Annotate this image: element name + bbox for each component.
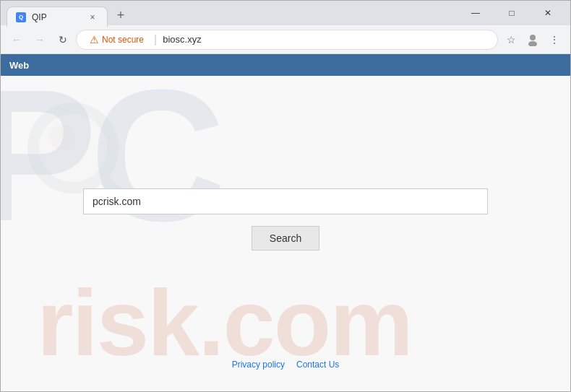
search-button[interactable]: Search	[252, 226, 319, 251]
page-content: PC risk.com Search Privacy policy Contac…	[1, 76, 570, 391]
url-separator: |	[154, 33, 157, 46]
address-actions: ☆ ⋮	[501, 30, 564, 50]
profile-button[interactable]	[523, 30, 543, 50]
bookmark-icon: ☆	[507, 34, 516, 45]
bookmark-button[interactable]: ☆	[501, 30, 521, 50]
address-bar: ← → ↻ ⚠ Not secure | biosc.xyz ☆	[1, 25, 570, 54]
tabs-area: Q QIP × +	[7, 1, 459, 25]
svg-point-0	[530, 35, 536, 40]
new-tab-button[interactable]: +	[111, 5, 131, 25]
url-text: biosc.xyz	[163, 34, 489, 45]
search-input[interactable]	[83, 188, 488, 214]
search-area: Search	[83, 188, 488, 251]
warning-icon: ⚠	[90, 34, 99, 45]
contact-us-link[interactable]: Contact Us	[296, 360, 339, 370]
menu-icon: ⋮	[549, 34, 559, 45]
title-bar: Q QIP × + — □ ✕	[1, 1, 570, 25]
search-input-wrapper	[83, 188, 488, 214]
watermark-risk-text: risk.com	[37, 269, 412, 377]
tab-favicon: Q	[16, 12, 26, 22]
tab-title: QIP	[32, 12, 81, 22]
reload-button[interactable]: ↻	[53, 30, 73, 50]
window-controls: — □ ✕	[459, 1, 564, 25]
back-button[interactable]: ←	[7, 30, 27, 50]
security-warning: ⚠ Not secure	[85, 32, 148, 47]
active-tab[interactable]: Q QIP ×	[7, 6, 108, 27]
browser-toolbar: Web	[1, 54, 570, 76]
security-text: Not secure	[102, 35, 144, 45]
close-button[interactable]: ✕	[531, 1, 564, 25]
profile-icon	[526, 33, 539, 46]
tab-close-button[interactable]: ×	[87, 12, 98, 23]
browser-window: Q QIP × + — □ ✕ ← → ↻ ⚠ Not secure	[0, 0, 571, 392]
forward-button[interactable]: →	[30, 30, 50, 50]
svg-point-4	[49, 124, 75, 150]
svg-point-1	[528, 41, 537, 46]
toolbar-label: Web	[9, 60, 29, 71]
svg-point-2	[33, 108, 113, 188]
url-bar[interactable]: ⚠ Not secure | biosc.xyz	[76, 30, 498, 50]
menu-button[interactable]: ⋮	[544, 30, 564, 50]
footer-links: Privacy policy Contact Us	[232, 360, 340, 370]
privacy-policy-link[interactable]: Privacy policy	[232, 360, 285, 370]
minimize-button[interactable]: —	[459, 1, 492, 25]
maximize-button[interactable]: □	[495, 1, 528, 25]
